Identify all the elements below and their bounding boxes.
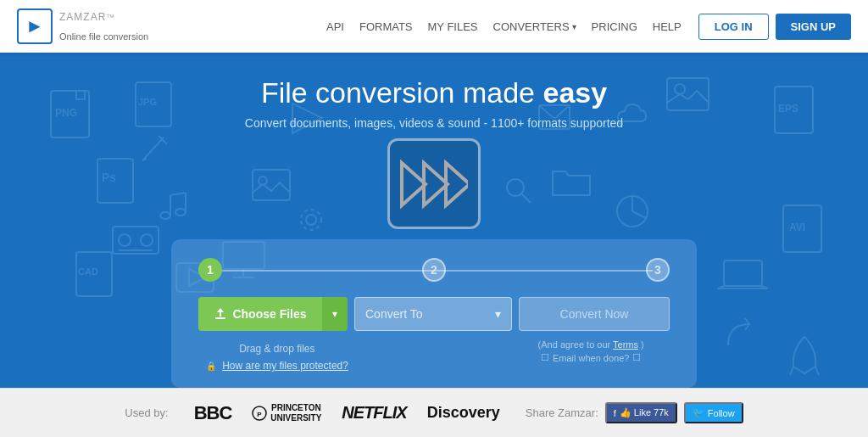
- svg-rect-6: [76, 252, 112, 296]
- used-by-label: Used by:: [125, 406, 168, 419]
- facebook-icon: f: [614, 408, 616, 418]
- twitter-follow-button[interactable]: 🐦 Follow: [684, 402, 743, 423]
- svg-point-21: [259, 176, 267, 185]
- svg-line-36: [815, 367, 819, 375]
- svg-text:Ps: Ps: [102, 171, 116, 184]
- footer-brands: BBC P PRINCETONUNIVERSITY NETFLIX Discov…: [194, 402, 500, 424]
- convert-to-button[interactable]: Convert To ▾: [354, 297, 512, 331]
- drag-drop-text: Drag & drop files: [198, 343, 356, 355]
- email-checkbox-2[interactable]: ☐: [632, 352, 641, 363]
- cad-file-icon: CAD: [72, 248, 123, 307]
- brand-princeton: P PRINCETONUNIVERSITY: [252, 403, 321, 423]
- hero-subtitle: Convert documents, images, videos & soun…: [245, 116, 623, 130]
- twitter-icon: 🐦: [693, 407, 704, 418]
- hero-section: File conversion made easy Convert docume…: [245, 76, 623, 130]
- search-small-icon: [504, 176, 533, 205]
- svg-line-33: [522, 194, 531, 203]
- conversion-panel: 1 2 3 Choose Files ▾: [171, 239, 697, 388]
- svg-rect-34: [724, 261, 762, 286]
- image-right: [665, 74, 711, 116]
- cassette-icon: [110, 222, 161, 256]
- arrow-curved-icon: [720, 311, 771, 354]
- svg-line-27: [142, 159, 144, 160]
- ps-file-icon: Ps: [93, 154, 144, 214]
- main-area: PNG JPG Ps CAD EPS AVI: [0, 53, 868, 388]
- png-file-icon: PNG: [47, 87, 102, 150]
- share-section: Share Zamzar: f 👍 Like 77k 🐦 Follow: [526, 402, 743, 423]
- brand-bbc: BBC: [194, 402, 232, 424]
- signup-button[interactable]: SIGN UP: [776, 14, 851, 40]
- nav-myfiles[interactable]: MY FILES: [428, 20, 478, 33]
- svg-rect-20: [253, 170, 290, 200]
- upload-icon: [214, 307, 227, 321]
- logo-icon: ►: [17, 8, 53, 44]
- rocket-icon: [783, 333, 826, 384]
- choose-files-button[interactable]: Choose Files: [198, 297, 322, 331]
- svg-point-39: [141, 234, 153, 246]
- avi-file-icon: AVI: [779, 201, 834, 265]
- svg-text:JPG: JPG: [138, 97, 157, 107]
- svg-point-32: [507, 179, 524, 196]
- zamzar-arrows-icon: [400, 159, 468, 210]
- image-icon-center: [250, 167, 292, 210]
- nav-api[interactable]: API: [326, 20, 344, 33]
- share-label: Share Zamzar:: [526, 406, 598, 419]
- svg-line-26: [159, 136, 167, 144]
- svg-rect-4: [97, 159, 133, 203]
- folder-icon: [550, 163, 593, 201]
- brand-discovery: Discovery: [427, 404, 500, 422]
- center-logo: [387, 138, 481, 229]
- footer: Used by: BBC P PRINCETONUNIVERSITY NETFL…: [0, 388, 868, 437]
- pie-icon: [614, 193, 652, 231]
- gear-small-icon: [297, 205, 326, 235]
- svg-marker-46: [402, 163, 426, 205]
- pencil-icon: [140, 133, 170, 163]
- svg-point-30: [301, 210, 321, 230]
- svg-point-38: [119, 234, 131, 246]
- svg-point-16: [175, 209, 186, 216]
- eps-file-icon: EPS: [771, 82, 826, 146]
- agree-text: (And agree to our Terms ): [512, 339, 670, 350]
- logo-name: ZAMZAR™: [59, 11, 148, 31]
- protect-link[interactable]: How are my files protected?: [222, 360, 348, 372]
- email-checkbox[interactable]: ☐: [541, 352, 549, 363]
- nav-pricing[interactable]: PRICING: [592, 20, 637, 33]
- hero-title: File conversion made easy: [245, 76, 623, 109]
- svg-rect-44: [667, 78, 709, 110]
- terms-link[interactable]: Terms: [613, 339, 638, 350]
- nav-help[interactable]: HELP: [653, 20, 682, 33]
- step-1-badge: 1: [198, 258, 222, 282]
- svg-line-25: [144, 137, 164, 159]
- music-icon: [157, 188, 191, 222]
- svg-rect-10: [783, 205, 821, 252]
- logo-subtitle: Online file conversion: [59, 31, 148, 42]
- step-3-badge: 3: [646, 258, 670, 282]
- nav-formats[interactable]: FORMATS: [359, 20, 413, 33]
- laptop-icon: [715, 256, 771, 299]
- step-2-badge: 2: [422, 258, 446, 282]
- svg-text:PNG: PNG: [55, 107, 77, 119]
- jpg-file-icon: JPG: [131, 78, 182, 137]
- steps-row: 1 2 3: [198, 258, 670, 282]
- convert-to-arrow-icon: ▾: [495, 307, 501, 321]
- svg-text:EPS: EPS: [778, 103, 798, 115]
- lock-icon: 🔒: [206, 361, 216, 371]
- svg-rect-0: [51, 91, 89, 137]
- princeton-logo-icon: P: [252, 406, 267, 421]
- svg-line-24: [632, 211, 646, 218]
- svg-text:AVI: AVI: [789, 221, 805, 233]
- buttons-row: Choose Files ▾ Convert To ▾ Convert Now: [198, 297, 670, 331]
- choose-files-dropdown-button[interactable]: ▾: [322, 297, 348, 331]
- svg-rect-2: [136, 82, 171, 126]
- convert-now-button[interactable]: Convert Now: [519, 297, 670, 331]
- logo-arrow-icon: ►: [25, 15, 44, 37]
- dropdown-arrow-icon: ▾: [332, 308, 337, 320]
- nav-links: API FORMATS MY FILES CONVERTERS PRICING …: [326, 20, 682, 33]
- login-button[interactable]: LOG IN: [698, 14, 769, 40]
- svg-text:CAD: CAD: [78, 266, 98, 277]
- svg-text:P: P: [258, 411, 263, 418]
- nav-converters[interactable]: CONVERTERS: [493, 20, 576, 33]
- logo-text: ZAMZAR™ Online file conversion: [59, 11, 148, 42]
- svg-rect-8: [775, 87, 813, 133]
- facebook-like-button[interactable]: f 👍 Like 77k: [605, 402, 677, 423]
